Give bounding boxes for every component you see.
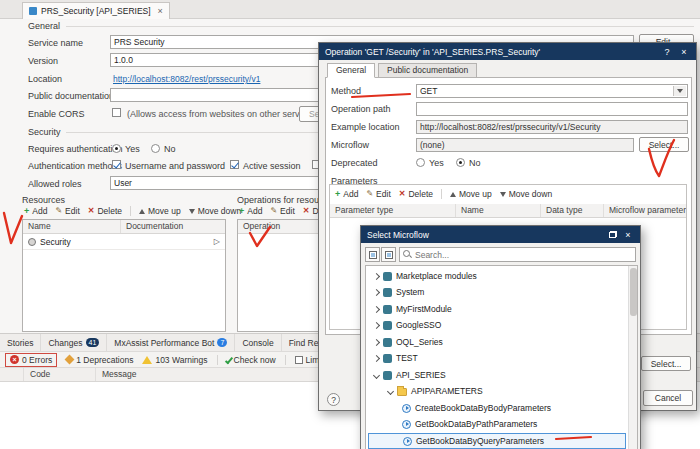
warnings-filter-button[interactable]: 103 Warnings	[142, 355, 207, 365]
resources-edit-button[interactable]: ✎Edit	[55, 206, 79, 216]
resources-table-header: Name Documentation	[23, 220, 225, 234]
tree-item-apiparameters[interactable]: APIPARAMETERS	[368, 383, 626, 399]
expand-play-icon[interactable]: ▷	[214, 237, 220, 246]
cancel-button[interactable]: Cancel	[643, 390, 693, 406]
select-microflow-titlebar[interactable]: Select Microflow ×	[361, 226, 640, 243]
deprecated-no-radio[interactable]	[456, 158, 465, 167]
tab-close-icon[interactable]: ×	[158, 6, 163, 16]
tree-item-api-series[interactable]: API_SERIES	[368, 367, 626, 383]
flat-view-toggle-button[interactable]	[381, 247, 396, 262]
location-label: Location	[28, 74, 62, 84]
chevron-right-icon[interactable]	[373, 338, 380, 345]
messages-col-code[interactable]: Code	[24, 368, 96, 381]
dialog-close-icon[interactable]: ×	[678, 47, 690, 57]
dialog-close-icon[interactable]: ×	[622, 230, 634, 240]
col-microflow-parameter[interactable]: Microflow parameter	[604, 204, 686, 217]
auth-yes-radio[interactable]	[112, 144, 121, 153]
section-security: Security	[28, 127, 61, 137]
active-session-checkbox[interactable]	[230, 160, 239, 169]
search-input[interactable]	[415, 250, 632, 260]
resources-delete-button[interactable]: ✕Delete	[88, 206, 122, 216]
tree-item-getbookdatabyqueryparameters[interactable]: GetBookDataByQueryParameters	[368, 433, 626, 449]
microflow-field: (none)	[416, 138, 634, 152]
plus-icon: +	[335, 190, 340, 199]
plus-icon: +	[24, 207, 29, 216]
tab-mxassist-performance-bot[interactable]: MxAssist Performance Bot7	[107, 334, 235, 351]
parameters-edit-button[interactable]: ✎Edit	[366, 189, 390, 199]
col-data-type[interactable]: Data type	[541, 204, 604, 217]
errors-filter-button[interactable]: ×0 Errors	[5, 353, 57, 367]
dialog-help-icon[interactable]: ?	[661, 47, 673, 57]
col-parameter-type[interactable]: Parameter type	[330, 204, 456, 217]
resources-move-down-button[interactable]: Move down	[189, 206, 241, 216]
document-tab[interactable]: PRS_Security [API_SERIES] ×	[22, 2, 170, 19]
tree-item-getbookdatabypathparameters[interactable]: GetBookDataByPathParameters	[368, 416, 626, 432]
operation-dialog-titlebar[interactable]: Operation 'GET /Security' in 'API_SERIES…	[319, 43, 696, 60]
footer-select-button[interactable]: Select...	[641, 356, 691, 371]
chevron-right-icon[interactable]	[373, 288, 380, 295]
resources-col-name[interactable]: Name	[23, 220, 121, 233]
delete-icon: ✕	[303, 207, 310, 215]
tab-public-documentation[interactable]: Public documentation	[378, 63, 477, 78]
module-icon	[383, 354, 392, 363]
document-icon	[29, 7, 37, 15]
tree-item-oql-series[interactable]: OQL_Series	[368, 334, 626, 350]
deprecations-filter-button[interactable]: 1 Deprecations	[66, 355, 133, 365]
auth-yes-label: Yes	[125, 144, 140, 154]
operation-path-field[interactable]	[416, 102, 688, 116]
parameters-delete-button[interactable]: ✕Delete	[399, 189, 433, 199]
search-box[interactable]	[399, 247, 636, 262]
parameters-add-button[interactable]: +Add	[335, 189, 358, 199]
scrollbar-thumb[interactable]	[630, 268, 637, 316]
tree-item-googlesso[interactable]: GoogleSSO	[368, 317, 626, 333]
tree-view-toggle-button[interactable]	[365, 247, 380, 262]
location-link[interactable]: http://localhost:8082/rest/prssecurity/v…	[113, 74, 260, 84]
chevron-right-icon[interactable]	[373, 305, 380, 312]
parameters-move-down-button[interactable]: Move down	[500, 189, 552, 199]
tab-stories[interactable]: Stories	[0, 334, 41, 351]
enable-cors-checkbox[interactable]	[112, 108, 121, 117]
username-password-label: Username and password	[125, 161, 225, 171]
auth-no-radio[interactable]	[151, 144, 160, 153]
toolbar-separator	[285, 355, 286, 365]
chevron-right-icon[interactable]	[373, 321, 380, 328]
resources-move-up-button[interactable]: Move up	[139, 206, 181, 216]
tab-general[interactable]: General	[327, 63, 375, 78]
example-location-field: http://localhost:8082/rest/prssecurity/v…	[416, 120, 688, 134]
check-icon	[224, 355, 232, 364]
operations-add-button[interactable]: +Add	[239, 206, 262, 216]
check-now-button[interactable]: Check now	[227, 355, 276, 365]
resource-row-security[interactable]: Security ▷	[23, 234, 225, 250]
chevron-right-icon[interactable]	[373, 272, 380, 279]
tab-console[interactable]: Console	[235, 334, 281, 351]
operations-edit-button[interactable]: ✎Edit	[270, 206, 294, 216]
deprecated-yes-radio[interactable]	[416, 158, 425, 167]
col-name[interactable]: Name	[456, 204, 541, 217]
tree-item-marketplace-modules[interactable]: Marketplace modules	[368, 268, 626, 284]
active-session-label: Active session	[243, 161, 301, 171]
chevron-right-icon[interactable]	[373, 354, 380, 361]
tab-changes[interactable]: Changes41	[41, 334, 107, 351]
chevron-down-icon[interactable]	[387, 387, 394, 394]
select-microflow-dialog: Select Microflow × Marketplace modules S…	[360, 225, 641, 449]
tree-item-myfirstmodule[interactable]: MyFirstModule	[368, 301, 626, 317]
limit-tab-icon	[295, 356, 303, 364]
deprecation-icon	[65, 355, 75, 365]
method-dropdown[interactable]: GET	[416, 84, 688, 98]
tree-item-createbookdatabybodyparameters[interactable]: CreateBookDataByBodyParameters	[368, 400, 626, 416]
microflow-select-button[interactable]: Select...	[639, 137, 689, 152]
restore-window-icon[interactable]	[609, 231, 617, 238]
dialog-help-button[interactable]: ?	[327, 393, 340, 406]
username-password-checkbox[interactable]	[112, 160, 121, 169]
resources-col-documentation[interactable]: Documentation	[121, 220, 225, 233]
tree-item-system[interactable]: System	[368, 284, 626, 300]
tree-scrollbar[interactable]	[628, 266, 637, 449]
resources-add-button[interactable]: +Add	[24, 206, 47, 216]
chevron-down-icon[interactable]	[673, 86, 686, 96]
public-doc-label: Public documentation	[28, 91, 114, 101]
parameters-move-up-button[interactable]: Move up	[450, 189, 492, 199]
divider	[66, 26, 694, 27]
resources-title: Resources	[22, 195, 65, 205]
tree-item-test[interactable]: TEST	[368, 350, 626, 366]
chevron-down-icon[interactable]	[373, 371, 380, 378]
